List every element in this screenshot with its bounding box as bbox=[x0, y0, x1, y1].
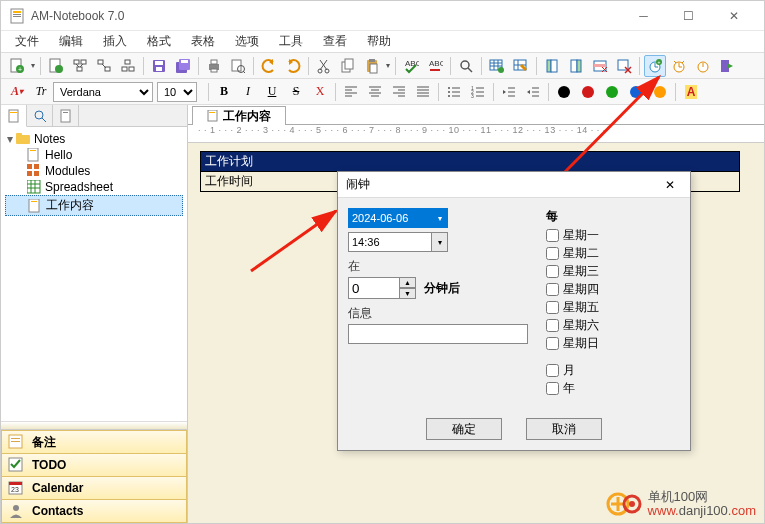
dialog-close-button[interactable]: ✕ bbox=[658, 175, 682, 195]
menu-view[interactable]: 查看 bbox=[313, 31, 357, 52]
menu-insert[interactable]: 插入 bbox=[93, 31, 137, 52]
menu-options[interactable]: 选项 bbox=[225, 31, 269, 52]
list-bullet-icon[interactable] bbox=[443, 81, 465, 103]
close-button[interactable]: ✕ bbox=[711, 1, 756, 30]
menu-tools[interactable]: 工具 bbox=[269, 31, 313, 52]
spellcheck-icon[interactable]: ABC bbox=[400, 55, 422, 77]
outdent-icon[interactable] bbox=[498, 81, 520, 103]
col-insert-right-icon[interactable] bbox=[565, 55, 587, 77]
panel-memo[interactable]: 备注 bbox=[1, 430, 187, 454]
new-file-dropdown-icon[interactable]: ▾ bbox=[29, 61, 37, 70]
menu-edit[interactable]: 编辑 bbox=[49, 31, 93, 52]
file-favorite-icon[interactable] bbox=[45, 55, 67, 77]
paste-icon[interactable] bbox=[361, 55, 383, 77]
save-icon[interactable] bbox=[148, 55, 170, 77]
print-icon[interactable] bbox=[203, 55, 225, 77]
spin-up[interactable]: ▲ bbox=[400, 277, 416, 288]
tree-node-icon[interactable] bbox=[117, 55, 139, 77]
weekday-thursday[interactable]: 星期四 bbox=[546, 281, 680, 298]
spin-down[interactable]: ▼ bbox=[400, 288, 416, 299]
weekday-saturday[interactable]: 星期六 bbox=[546, 317, 680, 334]
tree-item-hello[interactable]: Hello bbox=[5, 147, 183, 163]
font-color-a-icon[interactable]: A▾ bbox=[6, 81, 28, 103]
undo-icon[interactable] bbox=[258, 55, 280, 77]
table-edit-icon[interactable] bbox=[510, 55, 532, 77]
search-icon[interactable] bbox=[455, 55, 477, 77]
weekday-wednesday[interactable]: 星期三 bbox=[546, 263, 680, 280]
highlight-a-icon[interactable]: A bbox=[680, 81, 702, 103]
menu-file[interactable]: 文件 bbox=[5, 31, 49, 52]
spellcheck-off-icon[interactable]: ABC bbox=[424, 55, 446, 77]
time-input[interactable] bbox=[348, 232, 432, 252]
menu-table[interactable]: 表格 bbox=[181, 31, 225, 52]
bold-button[interactable]: B bbox=[213, 81, 235, 103]
tree-item-spreadsheet[interactable]: Spreadsheet bbox=[5, 179, 183, 195]
ok-button[interactable]: 确定 bbox=[426, 418, 502, 440]
cancel-button[interactable]: 取消 bbox=[526, 418, 602, 440]
panel-todo[interactable]: TODO bbox=[1, 453, 187, 477]
save-all-icon[interactable] bbox=[172, 55, 194, 77]
cut-icon[interactable] bbox=[313, 55, 335, 77]
sidebar-tab-notes[interactable] bbox=[1, 105, 27, 127]
alarm-add-icon[interactable]: + bbox=[644, 55, 666, 77]
print-preview-icon[interactable] bbox=[227, 55, 249, 77]
tree-item-work-content[interactable]: 工作内容 bbox=[5, 195, 183, 216]
date-input[interactable] bbox=[348, 208, 432, 228]
date-dropdown-button[interactable]: ▾ bbox=[432, 208, 448, 228]
redo-icon[interactable] bbox=[282, 55, 304, 77]
col-insert-left-icon[interactable] bbox=[541, 55, 563, 77]
weekday-sunday[interactable]: 星期日 bbox=[546, 335, 680, 352]
svg-rect-18 bbox=[122, 67, 127, 71]
alarm-set-icon[interactable] bbox=[692, 55, 714, 77]
color-green-button[interactable] bbox=[601, 81, 623, 103]
tree-node-add-icon[interactable] bbox=[69, 55, 91, 77]
menu-help[interactable]: 帮助 bbox=[357, 31, 401, 52]
row-delete-icon[interactable] bbox=[589, 55, 611, 77]
align-right-icon[interactable] bbox=[388, 81, 410, 103]
font-style-icon[interactable]: Tr bbox=[30, 81, 52, 103]
sidebar-tab-bookmarks[interactable] bbox=[53, 105, 79, 126]
weekday-friday[interactable]: 星期五 bbox=[546, 299, 680, 316]
color-orange-button[interactable] bbox=[649, 81, 671, 103]
italic-button[interactable]: I bbox=[237, 81, 259, 103]
font-size-select[interactable]: 10 bbox=[157, 82, 197, 102]
panel-calendar[interactable]: 23 Calendar bbox=[1, 476, 187, 500]
every-year[interactable]: 年 bbox=[546, 380, 680, 397]
tree-node-link-icon[interactable] bbox=[93, 55, 115, 77]
list-number-icon[interactable]: 123 bbox=[467, 81, 489, 103]
minutes-input[interactable] bbox=[348, 277, 400, 299]
every-month[interactable]: 月 bbox=[546, 362, 680, 379]
document-tab[interactable]: 工作内容 bbox=[192, 106, 286, 125]
strike-button[interactable]: S bbox=[285, 81, 307, 103]
color-blue-button[interactable] bbox=[625, 81, 647, 103]
font-name-select[interactable]: Verdana bbox=[53, 82, 153, 102]
exit-icon[interactable] bbox=[716, 55, 738, 77]
maximize-button[interactable]: ☐ bbox=[666, 1, 711, 30]
minimize-button[interactable]: ─ bbox=[621, 1, 666, 30]
color-red-button[interactable] bbox=[577, 81, 599, 103]
color-black-button[interactable] bbox=[553, 81, 575, 103]
copy-icon[interactable] bbox=[337, 55, 359, 77]
svg-point-44 bbox=[461, 61, 469, 69]
alarm-icon[interactable] bbox=[668, 55, 690, 77]
table-cell[interactable]: 工作计划 bbox=[201, 152, 740, 172]
panel-contacts[interactable]: Contacts bbox=[1, 499, 187, 523]
tree-item-modules[interactable]: Modules bbox=[5, 163, 183, 179]
paste-dropdown-icon[interactable]: ▾ bbox=[384, 61, 392, 70]
align-center-icon[interactable] bbox=[364, 81, 386, 103]
new-file-icon[interactable]: + bbox=[6, 55, 28, 77]
underline-button[interactable]: U bbox=[261, 81, 283, 103]
time-dropdown-button[interactable]: ▾ bbox=[432, 232, 448, 252]
table-insert-icon[interactable] bbox=[486, 55, 508, 77]
info-input[interactable] bbox=[348, 324, 528, 344]
weekday-tuesday[interactable]: 星期二 bbox=[546, 245, 680, 262]
weekday-monday[interactable]: 星期一 bbox=[546, 227, 680, 244]
indent-icon[interactable] bbox=[522, 81, 544, 103]
clear-format-button[interactable]: X bbox=[309, 81, 331, 103]
table-delete-icon[interactable] bbox=[613, 55, 635, 77]
tree-root[interactable]: ▾ Notes bbox=[5, 131, 183, 147]
align-justify-icon[interactable] bbox=[412, 81, 434, 103]
align-left-icon[interactable] bbox=[340, 81, 362, 103]
sidebar-tab-search[interactable] bbox=[27, 105, 53, 126]
menu-format[interactable]: 格式 bbox=[137, 31, 181, 52]
